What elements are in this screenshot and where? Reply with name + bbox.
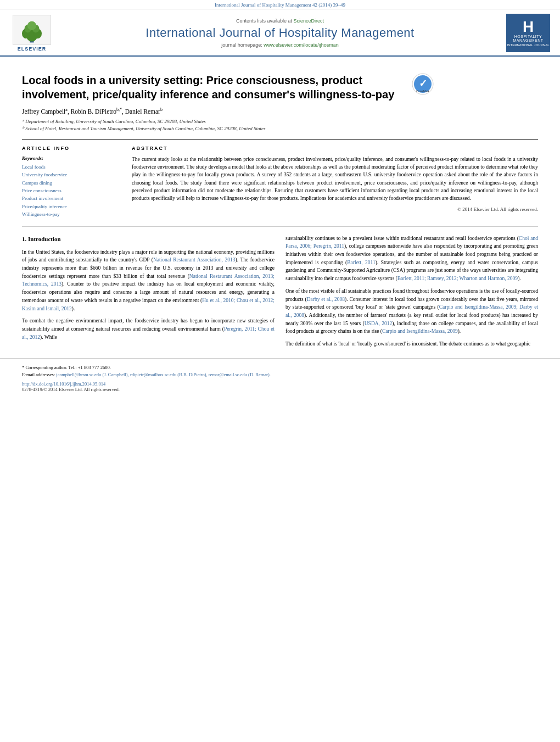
affiliations: ᵃ Department of Retailing, University of…	[22, 118, 538, 133]
journal-title-center: Contents lists available at ScienceDirec…	[54, 18, 506, 48]
footnote-emails: E-mail addresses: jcampbell@hrsm.sc.edu …	[22, 371, 538, 378]
ref-barlett-2011[interactable]: Barlett, 2011	[347, 260, 375, 265]
abstract-section: ABSTRACT The current study looks at the …	[132, 146, 538, 219]
journal-header: ELSEVIER Contents lists available at Sci…	[0, 9, 560, 57]
ref-darby-2008[interactable]: Darby et al., 2008	[307, 297, 345, 302]
footnote-area: * Corresponding author. Tel.: +1 803 777…	[0, 358, 560, 378]
keyword-campus-dining: Campus dining	[22, 179, 121, 187]
journal-main-title: International Journal of Hospitality Man…	[54, 26, 506, 40]
article-info-abstract: ARTICLE INFO Keywords: Local foods Unive…	[22, 140, 538, 219]
keywords-label: Keywords:	[22, 155, 121, 161]
intro-para-2: To combat the negative environmental imp…	[22, 317, 275, 341]
hospitality-label: HOSPITALITYMANAGEMENT	[513, 35, 543, 42]
col-left: 1. Introduction In the United States, th…	[22, 235, 275, 353]
elsevier-logo: ELSEVIER	[10, 15, 54, 52]
doi-link[interactable]: http://dx.doi.org/10.1016/j.ijhm.2014.05…	[22, 381, 105, 387]
homepage-link[interactable]: www.elsevier.com/locate/ijhosman	[264, 42, 339, 48]
affiliation-b: ᵇ School of Hotel, Restaurant and Touris…	[22, 126, 266, 131]
keyword-university-foodservice: University foodservice	[22, 171, 121, 178]
authors: Jeffrey Campbella, Robin B. DiPietrob,*,…	[22, 107, 538, 115]
ref-nra-tech[interactable]: National Restaurant Association, 2013; T…	[22, 274, 275, 287]
crossmark-logo: ✓ CrossMark	[412, 73, 434, 95]
ref-hu-chou-kasim[interactable]: Hu et al., 2010; Chou et al., 2012; Kasi…	[22, 298, 275, 311]
elsevier-logo-image	[13, 15, 51, 45]
journal-homepage: journal homepage: www.elsevier.com/locat…	[54, 42, 506, 48]
right-para-3: The definition of what is 'local' or 'lo…	[285, 340, 538, 348]
contents-line: Contents lists available at ScienceDirec…	[54, 18, 506, 24]
right-para-2: One of the most visible of all sustainab…	[285, 287, 538, 336]
article-info: ARTICLE INFO Keywords: Local foods Unive…	[22, 146, 121, 219]
intro-heading: 1. Introduction	[22, 235, 275, 244]
right-para-1: sustainability continues to be a prevale…	[285, 235, 538, 283]
ref-barlett-ramsey[interactable]: Barlett, 2011; Ramsey, 2012; Wharton and…	[397, 276, 518, 281]
article-title: Local foods in a university setting: Pri…	[22, 73, 406, 102]
article-info-heading: ARTICLE INFO	[22, 146, 121, 151]
email-remar[interactable]: remar@email.sc.edu (D. Remar).	[209, 372, 271, 377]
ref-carpio-2009[interactable]: Carpio and Isengildina-Massa, 2009	[382, 328, 458, 334]
elsevier-text: ELSEVIER	[18, 46, 47, 52]
ref-usda-2012[interactable]: USDA, 2012	[365, 321, 393, 326]
article-main: Local foods in a university setting: Pri…	[0, 57, 560, 219]
issn-line: 0278-4319/© 2014 Elsevier Ltd. All right…	[22, 387, 120, 392]
two-column-body: 1. Introduction In the United States, th…	[0, 235, 560, 353]
footnote-star: * Corresponding author. Tel.: +1 803 777…	[22, 364, 538, 371]
journal-citation: International Journal of Hospitality Man…	[0, 0, 560, 9]
ref-carpio-darby[interactable]: Carpio and Isengildina-Massa, 2009; Darb…	[285, 304, 538, 318]
intro-para-1: In the United States, the foodservice in…	[22, 248, 275, 313]
ref-nra-2013[interactable]: National Restaurant Association, 2013	[153, 257, 236, 263]
abstract-text: The current study looks at the relations…	[132, 155, 538, 203]
keyword-product-involvement: Product involvement	[22, 194, 121, 202]
hospitality-h: H	[523, 19, 534, 35]
email-campbell[interactable]: jcampbell@hrsm.sc.edu (J. Campbell),	[56, 372, 128, 377]
ref-peregrin-chou[interactable]: Peregrin, 2011; Chou et al., 2012	[22, 326, 275, 340]
keyword-willingness-to-pay: Willingness-to-pay	[22, 210, 121, 218]
journal-right-logo: H HOSPITALITYMANAGEMENT INTERNATIONAL JO…	[506, 14, 550, 52]
doi-line: http://dx.doi.org/10.1016/j.ijhm.2014.05…	[0, 378, 560, 394]
divider	[22, 226, 538, 227]
affiliation-a: ᵃ Department of Retailing, University of…	[22, 119, 206, 124]
col-right: sustainability continues to be a prevale…	[285, 235, 538, 353]
abstract-heading: ABSTRACT	[132, 146, 538, 151]
journal-right-subtitle: INTERNATIONAL JOURNAL	[507, 43, 549, 47]
sciencedirect-link[interactable]: ScienceDirect	[294, 18, 324, 24]
svg-text:✓: ✓	[419, 78, 427, 89]
keyword-price-quality: Price/quality inference	[22, 203, 121, 210]
keyword-price-consciousness: Price consciousness	[22, 187, 121, 194]
title-row: Local foods in a university setting: Pri…	[22, 73, 538, 107]
copyright-line: © 2014 Elsevier Ltd. All rights reserved…	[132, 207, 538, 212]
svg-point-6	[27, 21, 36, 30]
svg-text:CrossMark: CrossMark	[416, 90, 430, 93]
email-dipietro[interactable]: rdipietr@mailbox.sc.edu (R.B. DiPietro),	[130, 372, 208, 377]
ref-choi-peregrin[interactable]: Choi and Parsa, 2006; Peregrin, 2011	[285, 236, 538, 249]
keyword-local-foods: Local foods	[22, 163, 121, 171]
